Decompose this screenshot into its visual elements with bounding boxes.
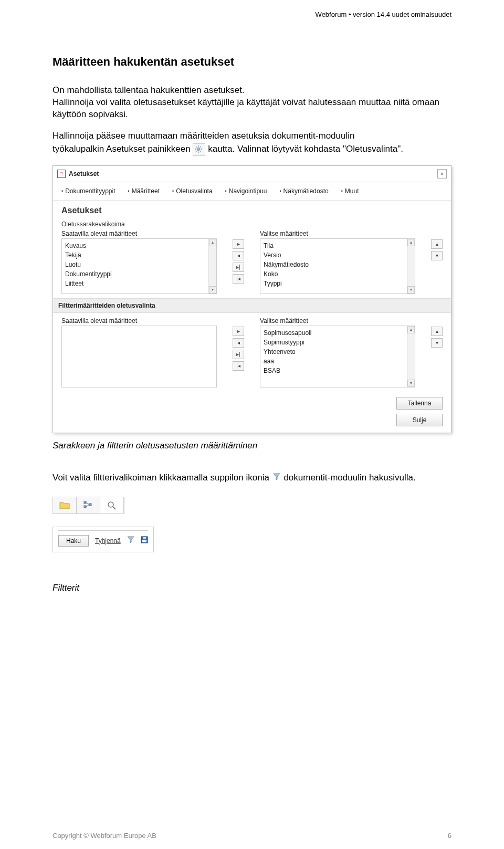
tree-icon xyxy=(83,500,93,510)
paragraph-4-post: dokumentit-moduulin hakusivulla. xyxy=(284,473,415,483)
list-item[interactable]: Näkymätiedosto xyxy=(264,260,404,269)
list-item[interactable]: aaa xyxy=(264,357,404,366)
tab-label: Näkymätiedosto xyxy=(284,187,329,195)
scrollbar[interactable]: ▴ ▾ xyxy=(407,326,415,387)
scrollbar[interactable]: ▴ ▾ xyxy=(407,239,415,294)
list-item[interactable]: Yhteenveto xyxy=(264,347,404,357)
section2-right-head: Valitse määritteet xyxy=(260,317,415,324)
section1-right-head: Valitse määritteet xyxy=(260,230,415,237)
section2-band: Filtterimääritteiden oletusvalinta xyxy=(53,298,451,313)
list-item[interactable]: Kuvaus xyxy=(65,241,205,250)
svg-rect-7 xyxy=(142,540,146,542)
move-left-button[interactable]: ◂ xyxy=(233,338,244,348)
section1-left-head: Saatavilla olevat määritteet xyxy=(61,230,217,237)
save-button[interactable]: Tallenna xyxy=(396,397,443,410)
transfer-buttons: ▸ ◂ ▸| |◂ xyxy=(233,230,244,284)
section1-group-label: Oletussarakevalikoima xyxy=(61,221,443,228)
folder-icon xyxy=(59,500,70,510)
svg-rect-8 xyxy=(143,537,146,539)
tab-label: Määritteet xyxy=(132,187,160,195)
close-icon[interactable]: × xyxy=(437,169,447,179)
scroll-down-icon[interactable]: ▾ xyxy=(407,380,415,387)
move-left-button[interactable]: ◂ xyxy=(233,251,244,260)
svg-line-5 xyxy=(113,507,116,509)
list-item[interactable]: Liitteet xyxy=(65,279,205,288)
footer-copyright: Copyright © Webforum Europe AB xyxy=(52,832,156,840)
move-all-right-button[interactable]: ▸| xyxy=(233,263,244,272)
move-right-button[interactable]: ▸ xyxy=(233,239,244,249)
order-buttons-2: ▴ ▾ xyxy=(431,317,443,348)
move-all-left-button[interactable]: |◂ xyxy=(233,361,244,371)
svg-rect-3 xyxy=(89,504,91,506)
tab-nav-tree[interactable]: •Navigointipuu xyxy=(225,187,267,195)
magnifier-icon xyxy=(107,500,117,510)
svg-rect-1 xyxy=(84,501,86,504)
move-up-button[interactable]: ▴ xyxy=(431,327,443,336)
paragraph-2: Hallinnoija voi valita oletusasetukset k… xyxy=(52,97,452,121)
tab-doc-types[interactable]: •Dokumenttityyppit xyxy=(61,187,116,195)
scroll-up-icon[interactable]: ▴ xyxy=(209,239,216,246)
move-up-button[interactable]: ▴ xyxy=(431,239,443,249)
tab-search[interactable] xyxy=(100,497,124,513)
tab-label: Muut xyxy=(345,187,359,195)
section1-left-listbox[interactable]: Kuvaus Tekijä Luotu Dokumentityyppi Liit… xyxy=(61,238,217,294)
section-title: Määritteen hakukentän asetukset xyxy=(52,55,452,69)
dialog-heading: Asetukset xyxy=(61,206,443,215)
toolbar-screenshot-1 xyxy=(52,497,124,514)
order-buttons: ▴ ▾ xyxy=(431,230,443,260)
tab-folder[interactable] xyxy=(53,497,77,513)
section2-left-head: Saatavilla olevat määritteet xyxy=(61,317,217,324)
scroll-down-icon[interactable]: ▾ xyxy=(407,286,415,294)
tab-view-file[interactable]: •Näkymätiedosto xyxy=(279,187,328,195)
funnel-icon xyxy=(273,472,280,484)
tab-tree[interactable] xyxy=(77,497,100,513)
list-item[interactable]: Tyyppi xyxy=(264,279,404,288)
tab-label: Oletusvalinta xyxy=(176,187,212,195)
list-item[interactable]: Luotu xyxy=(65,260,205,269)
clear-link[interactable]: Tyhjennä xyxy=(95,537,121,544)
move-all-left-button[interactable]: |◂ xyxy=(233,274,244,284)
dialog-titlebar: □ Asetukset × xyxy=(53,166,451,182)
paragraph-4: Voit valita filtterivalikoiman klikkaama… xyxy=(52,472,452,484)
move-all-right-button[interactable]: ▸| xyxy=(233,350,244,359)
paragraph-3b-post: kautta. Valinnat löytyvät kohdasta "Olet… xyxy=(208,144,403,154)
list-item[interactable]: Dokumentityyppi xyxy=(65,269,205,279)
move-down-button[interactable]: ▾ xyxy=(431,251,443,260)
settings-dialog: □ Asetukset × •Dokumenttityyppit •Määrit… xyxy=(52,165,452,433)
app-logo-icon: □ xyxy=(57,170,66,178)
move-right-button[interactable]: ▸ xyxy=(233,327,244,336)
list-item[interactable]: Versio xyxy=(264,250,404,260)
paragraph-4-pre: Voit valita filtterivalikoiman klikkaama… xyxy=(52,473,272,483)
section1-right-listbox[interactable]: Tila Versio Näkymätiedosto Koko Tyyppi ▴… xyxy=(260,238,415,294)
move-down-button[interactable]: ▾ xyxy=(431,338,443,348)
list-item[interactable]: Tekijä xyxy=(65,250,205,260)
scroll-down-icon[interactable]: ▾ xyxy=(209,286,216,294)
scroll-up-icon[interactable]: ▴ xyxy=(407,239,415,246)
search-button[interactable]: Haku xyxy=(58,535,89,547)
save-disk-icon[interactable] xyxy=(141,536,148,545)
close-button[interactable]: Sulje xyxy=(396,414,443,426)
list-item[interactable]: Tila xyxy=(264,241,404,250)
list-item[interactable]: BSAB xyxy=(264,366,404,375)
transfer-buttons-2: ▸ ◂ ▸| |◂ xyxy=(233,317,244,371)
tab-other[interactable]: •Muut xyxy=(341,187,359,195)
tab-attributes[interactable]: •Määritteet xyxy=(128,187,160,195)
gear-icon xyxy=(193,143,205,156)
footer-page-number: 6 xyxy=(448,832,452,840)
page-header-right: Webforum • version 14.4 uudet ominaisuud… xyxy=(52,11,452,18)
dialog-tabs: •Dokumenttityyppit •Määritteet •Oletusva… xyxy=(53,182,451,201)
funnel-icon[interactable] xyxy=(127,536,134,545)
scrollbar[interactable]: ▴ ▾ xyxy=(208,239,216,294)
paragraph-3a: Hallinnoija pääsee muuttamaan määritteid… xyxy=(52,130,452,142)
section2-right-listbox[interactable]: Sopimusosapuoli Sopimustyyppi Yhteenveto… xyxy=(260,326,415,387)
list-item[interactable]: Koko xyxy=(264,269,404,279)
figure-caption-1: Sarakkeen ja filtterin oletusasetusten m… xyxy=(52,441,452,451)
tab-default-selection[interactable]: •Oletusvalinta xyxy=(172,187,213,195)
paragraph-3b-pre: työkalupalkin Asetukset painikkeen xyxy=(52,144,193,154)
list-item[interactable]: Sopimusosapuoli xyxy=(264,328,404,338)
page-footer: Copyright © Webforum Europe AB 6 xyxy=(52,832,452,840)
scroll-up-icon[interactable]: ▴ xyxy=(407,326,415,333)
list-item[interactable]: Sopimustyyppi xyxy=(264,338,404,347)
section2-left-listbox[interactable] xyxy=(61,326,217,387)
paragraph-3b: työkalupalkin Asetukset painikkeen kautt… xyxy=(52,143,452,156)
